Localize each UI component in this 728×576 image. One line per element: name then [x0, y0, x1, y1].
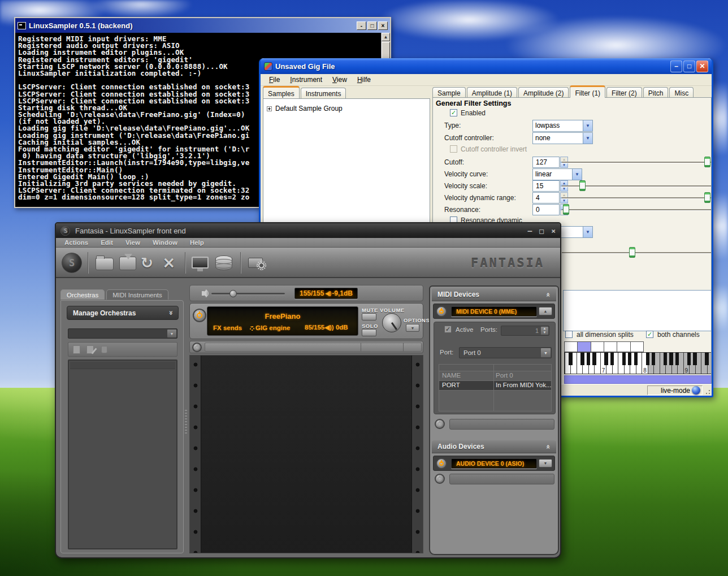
chevron-down-icon[interactable]: ▼: [541, 348, 551, 357]
chevron-down-icon[interactable]: ▼: [572, 169, 582, 180]
channel-display[interactable]: FreePiano FX sends GIG engine 85/155◀)) …: [207, 306, 358, 336]
channel-power-button[interactable]: [193, 309, 206, 322]
maximize-button[interactable]: □: [683, 60, 695, 72]
enabled-checkbox[interactable]: ✓: [450, 109, 457, 116]
active-checkbox[interactable]: ✓: [444, 326, 452, 333]
maximize-button[interactable]: □: [367, 21, 377, 30]
instrument-name[interactable]: FreePiano: [207, 312, 358, 321]
channel-volume-knob[interactable]: [382, 313, 401, 332]
port-select[interactable]: Port 0 ▼: [459, 347, 552, 358]
midi-device-power-button[interactable]: [436, 306, 447, 317]
master-volume-thumb[interactable]: [229, 290, 237, 297]
black-key[interactable]: [693, 353, 696, 365]
minimize-button[interactable]: –: [670, 60, 682, 72]
port-parameter-table[interactable]: NAMEPort 0PORTIn From MIDI Yok...: [439, 364, 552, 412]
collapse-device-button[interactable]: ▲: [539, 307, 552, 315]
tab[interactable]: Filter (1): [570, 85, 605, 98]
menu-item[interactable]: Actions: [58, 239, 94, 246]
all-dimension-splits-checkbox[interactable]: [565, 331, 573, 338]
velocity-bar[interactable]: [564, 375, 712, 384]
engine-button[interactable]: GIG engine: [250, 324, 290, 331]
delete-orchestra-icon[interactable]: [101, 346, 107, 353]
both-channels-checkbox[interactable]: ✓: [646, 331, 653, 338]
reset-icon[interactable]: ×: [162, 253, 175, 272]
tab[interactable]: Amplitude (2): [518, 87, 569, 98]
tab[interactable]: Sample: [432, 87, 466, 98]
table-row[interactable]: NAMEPort 0: [439, 371, 551, 381]
power-button[interactable]: [435, 419, 445, 429]
tab[interactable]: Filter (2): [606, 87, 642, 98]
gig-titlebar[interactable]: Unsaved Gig File – □ ✕: [261, 58, 712, 74]
zone-cell[interactable]: [564, 341, 578, 352]
fantasia-titlebar[interactable]: Fantasia - LinuxSampler front end – □ ×: [56, 223, 560, 238]
scroll-up-icon[interactable]: ▲: [382, 33, 390, 41]
velocity-scale-input[interactable]: 15: [532, 180, 560, 192]
preferences-icon[interactable]: [248, 258, 263, 268]
black-key[interactable]: [675, 353, 679, 365]
menu-item[interactable]: Window: [146, 239, 184, 246]
black-key[interactable]: [664, 353, 667, 365]
options-button[interactable]: ▼: [406, 324, 419, 332]
tab[interactable]: Samples: [263, 86, 300, 98]
mute-button[interactable]: [362, 313, 376, 321]
menu-item[interactable]: File: [264, 75, 285, 85]
menu-item[interactable]: View: [119, 239, 146, 246]
tab[interactable]: MIDI Instruments: [106, 289, 168, 300]
black-key[interactable]: [628, 353, 631, 365]
resonance-slider[interactable]: [562, 204, 711, 215]
maximize-button[interactable]: □: [539, 227, 544, 235]
manage-orchestras-bar[interactable]: Manage Orchestras «: [67, 306, 179, 320]
tab[interactable]: Orchestras: [60, 289, 105, 300]
minimize-button[interactable]: -: [357, 21, 366, 30]
instruments-db-icon[interactable]: [215, 255, 232, 270]
fx-sends-button[interactable]: FX sends: [213, 324, 242, 331]
expand-device-button[interactable]: ▼: [539, 459, 552, 467]
resonance-input[interactable]: 0: [532, 204, 560, 215]
spinner-arrows[interactable]: ▲▼: [541, 327, 548, 335]
tree-item-default-sample-group[interactable]: Default Sample Group: [267, 105, 430, 112]
tab[interactable]: Instruments: [301, 88, 346, 98]
velocity-dynamic-range-input[interactable]: 4: [532, 192, 560, 203]
black-key[interactable]: [634, 353, 638, 365]
tab[interactable]: Misc: [669, 87, 694, 98]
zone-cell[interactable]: [604, 341, 617, 352]
menu-item[interactable]: View: [327, 75, 352, 85]
type-select[interactable]: lowpass ▼: [532, 120, 593, 132]
power-button[interactable]: [192, 343, 202, 352]
menu-item[interactable]: Instrument: [285, 75, 327, 85]
power-button[interactable]: [435, 474, 445, 484]
close-button[interactable]: ×: [551, 227, 556, 235]
chevron-down-icon[interactable]: ▼: [167, 330, 176, 337]
tab[interactable]: Pitch: [643, 87, 669, 98]
table-row[interactable]: PORTIn From MIDI Yok...: [439, 381, 551, 391]
chevron-up-icon[interactable]: «: [544, 292, 552, 297]
minimize-button[interactable]: –: [528, 227, 532, 235]
orchestra-select[interactable]: ▼: [68, 328, 177, 339]
solo-button[interactable]: [362, 329, 376, 336]
panel-splitter[interactable]: [185, 410, 187, 435]
cutoff-slider[interactable]: [562, 157, 711, 167]
ports-spinner[interactable]: 1 ▲▼: [501, 326, 549, 336]
resize-grip[interactable]: [705, 389, 710, 395]
zone-cell[interactable]: [631, 341, 644, 352]
new-orchestra-icon[interactable]: [73, 345, 80, 354]
chevron-down-icon[interactable]: ▼: [583, 120, 592, 131]
cutoff-controller-select[interactable]: none ▼: [532, 132, 593, 144]
desktop[interactable]: LinuxSampler 0.5.1 (backend) - □ × Regis…: [0, 0, 728, 576]
zone-cell[interactable]: [617, 341, 630, 352]
black-key[interactable]: [652, 353, 655, 365]
black-key[interactable]: [687, 353, 691, 365]
chevron-up-icon[interactable]: «: [544, 444, 552, 449]
black-key[interactable]: [622, 353, 626, 365]
zone-cell[interactable]: [578, 341, 591, 352]
save-session-icon[interactable]: [119, 257, 136, 270]
open-session-icon[interactable]: [96, 258, 114, 270]
refresh-icon[interactable]: ↻: [141, 254, 153, 271]
black-key[interactable]: [592, 353, 596, 365]
chevron-down-icon[interactable]: ▼: [583, 133, 592, 144]
expand-icon[interactable]: [267, 106, 272, 111]
chevron-down-icon[interactable]: ▼: [583, 227, 592, 237]
velocity-curve-select[interactable]: linear ▼: [532, 168, 582, 180]
menu-item[interactable]: Hilfe: [352, 75, 376, 85]
black-key[interactable]: [705, 353, 708, 365]
